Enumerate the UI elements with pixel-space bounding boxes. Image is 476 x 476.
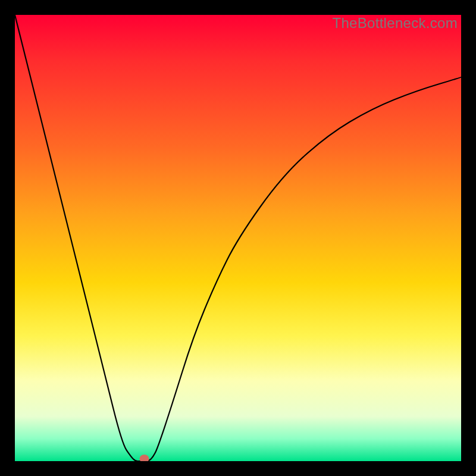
watermark-text: TheBottleneck.com [332, 15, 458, 32]
plot-area: TheBottleneck.com [15, 15, 461, 461]
minimum-marker-icon [140, 455, 149, 461]
bottleneck-curve [15, 15, 461, 461]
chart-frame: TheBottleneck.com [0, 0, 476, 476]
